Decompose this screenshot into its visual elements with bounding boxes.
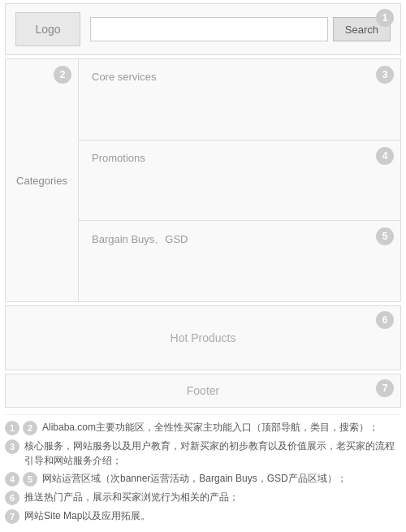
content-column: 3 Core services 4 Promotions 5 Bargain B… xyxy=(79,59,400,301)
zone-number-4: 4 xyxy=(376,147,394,165)
bargain-buys-label: Bargain Buys、GSD xyxy=(92,233,188,245)
legend-num-5: 5 xyxy=(23,472,37,487)
legend-nums-7: 7 xyxy=(5,508,19,524)
legend-num-7: 7 xyxy=(5,509,19,524)
legend-num-1: 1 xyxy=(5,421,19,435)
legend-desc-2: 核心服务，网站服务以及用户教育，对新买家的初步教育以及价值展示，老买家的流程引导… xyxy=(24,439,401,468)
categories-column: 2 Categories xyxy=(6,59,79,301)
legend-num-6: 6 xyxy=(5,491,19,505)
zone-number-7: 7 xyxy=(376,379,394,397)
footer-label: Footer xyxy=(19,384,387,397)
legend-desc-4: 推送热门产品，展示和买家浏览行为相关的产品； xyxy=(24,490,239,504)
legend-item-4: 6 推送热门产品，展示和买家浏览行为相关的产品； xyxy=(5,490,401,505)
legend-desc-3: 网站运营区域（次banner运营活动，Bargain Buys，GSD产品区域）… xyxy=(42,471,347,486)
legend-item-5: 7 网站Site Map以及应用拓展。 xyxy=(5,508,401,524)
legend-nums-3: 3 xyxy=(5,439,19,454)
search-area: Search xyxy=(90,17,391,41)
middle-zone: 2 Categories 3 Core services 4 Promotion… xyxy=(5,58,401,302)
search-input[interactable] xyxy=(90,17,328,41)
zone-number-5: 5 xyxy=(376,227,394,245)
legend-item-3: 4 5 网站运营区域（次banner运营活动，Bargain Buys，GSD产… xyxy=(5,471,401,487)
promotions-label: Promotions xyxy=(92,152,145,164)
categories-label: Categories xyxy=(16,175,67,187)
zone-number-6: 6 xyxy=(376,311,394,329)
logo: Logo xyxy=(15,12,80,46)
legend-nums-4-5: 4 5 xyxy=(5,471,37,487)
zone-number-3: 3 xyxy=(376,66,394,84)
logo-label: Logo xyxy=(35,23,60,36)
legend-section: 1 2 Alibaba.com主要功能区，全性性买家主功能入口（顶部导航，类目，… xyxy=(5,414,401,524)
core-services-label: Core services xyxy=(92,71,156,83)
legend-item-2: 3 核心服务，网站服务以及用户教育，对新买家的初步教育以及价值展示，老买家的流程… xyxy=(5,439,401,468)
zone-number-2: 2 xyxy=(54,66,71,84)
legend-desc-5: 网站Site Map以及应用拓展。 xyxy=(24,508,150,523)
bargain-buys-row: 5 Bargain Buys、GSD xyxy=(79,221,400,301)
footer-zone: Footer 7 xyxy=(5,374,401,408)
legend-desc-1: Alibaba.com主要功能区，全性性买家主功能入口（顶部导航，类目，搜索）； xyxy=(42,420,378,435)
legend-num-2: 2 xyxy=(23,421,37,435)
zone-number-1: 1 xyxy=(376,9,394,27)
hot-products-label: Hot Products xyxy=(171,331,236,344)
legend-num-3: 3 xyxy=(5,439,19,454)
header-zone: Logo Search 1 xyxy=(5,3,401,55)
legend-item-1: 1 2 Alibaba.com主要功能区，全性性买家主功能入口（顶部导航，类目，… xyxy=(5,420,401,435)
legend-num-4: 4 xyxy=(5,472,19,487)
hot-products-zone: 6 Hot Products xyxy=(5,305,401,370)
core-services-row: 3 Core services xyxy=(79,59,400,141)
legend-nums-1-2: 1 2 xyxy=(5,420,37,435)
promotions-row: 4 Promotions xyxy=(79,141,400,222)
legend-nums-6: 6 xyxy=(5,490,19,505)
